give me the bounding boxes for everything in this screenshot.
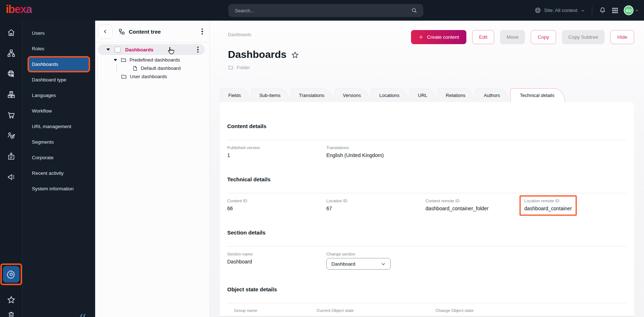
technical-details-panel: Content details Published version 1 Tran…: [220, 102, 634, 317]
page-title: Dashboards: [228, 48, 287, 61]
tab-technical-details[interactable]: Technical details: [510, 88, 565, 102]
edit-button[interactable]: Edit: [472, 30, 494, 44]
sidebar-item-recent-activity[interactable]: Recent activity: [22, 165, 95, 181]
move-button[interactable]: Move: [500, 30, 525, 44]
sidebar-collapse-icon[interactable]: [79, 313, 87, 317]
tab-relations[interactable]: Relations: [437, 88, 474, 102]
sidebar-item-system-information[interactable]: System information: [22, 181, 95, 196]
admin-annotation-box: [0, 263, 22, 285]
divider: [227, 246, 626, 246]
tree-node-label[interactable]: Dashboards: [125, 47, 153, 52]
tree-options-kebab-icon[interactable]: [199, 29, 205, 35]
divider: [227, 140, 626, 140]
tree-node-label[interactable]: Default dashboard: [141, 65, 181, 71]
tab-url[interactable]: URL: [410, 88, 436, 102]
folder-icon: [228, 64, 234, 70]
caret-down-icon[interactable]: [106, 48, 110, 51]
product-boxes-icon[interactable]: [7, 90, 16, 99]
tree-node-user-dashboards[interactable]: User dashboards: [95, 72, 209, 81]
user-menu[interactable]: AU: [624, 5, 639, 15]
sidebar-item-dashboard-type[interactable]: Dashboard type: [22, 72, 95, 88]
global-search[interactable]: [228, 4, 423, 17]
divider: [227, 193, 626, 193]
tab-fields[interactable]: Fields: [220, 88, 250, 102]
chevron-down-icon: [635, 8, 639, 12]
tab-locations[interactable]: Locations: [371, 88, 408, 102]
sidebar-item-workflow[interactable]: Workflow: [22, 103, 95, 119]
tree-node-predefined-dashboards[interactable]: Predefined dashboards: [95, 56, 209, 64]
tree-node-label[interactable]: Predefined dashboards: [130, 57, 180, 63]
section-heading-content-details: Content details: [227, 123, 626, 130]
app-grid-icon[interactable]: [611, 7, 619, 14]
main-content: Dashboards Create content Edit Move Copy…: [210, 21, 644, 317]
ibexa-logo[interactable]: ibexa: [6, 4, 32, 17]
sidebar-item-roles[interactable]: Roles: [22, 41, 95, 56]
tab-versions[interactable]: Versions: [335, 88, 370, 102]
node-options-kebab-icon[interactable]: [195, 47, 201, 53]
sidebar-item-users[interactable]: Users: [22, 25, 95, 41]
globe-cursor-icon[interactable]: [7, 69, 16, 78]
tree-node-label[interactable]: User dashboards: [130, 74, 167, 79]
notifications-bell-icon[interactable]: [599, 7, 606, 14]
tree-node-checkbox[interactable]: [115, 47, 120, 52]
topbar-divider: [592, 6, 592, 15]
caret-down-icon[interactable]: [114, 59, 117, 61]
field-location-remote-id: Location remote ID dashboard_container: [524, 198, 626, 212]
create-content-button[interactable]: Create content: [411, 30, 466, 44]
avatar[interactable]: AU: [624, 5, 634, 15]
bookmark-star-icon[interactable]: [291, 51, 299, 59]
change-section-dropdown[interactable]: Dashboard: [326, 258, 391, 270]
copy-button[interactable]: Copy: [531, 30, 556, 44]
field-translations: Translations English (United Kingdom): [326, 145, 425, 159]
admin-sidebar: Users Roles Dashboards Dashboard type La…: [22, 21, 95, 317]
field-content-id: Content ID 66: [227, 198, 326, 212]
content-tree-header: Content tree: [95, 21, 209, 43]
content-tree-body: Dashboards Predefined dashboards Default…: [95, 43, 209, 81]
folder-icon: [120, 57, 127, 63]
tree-node-default-dashboard[interactable]: Default dashboard: [95, 64, 209, 72]
field-change-section: Change section Dashboard: [326, 252, 425, 270]
field-content-remote-id: Content remote ID dashboard_container_fo…: [425, 198, 524, 212]
field-published-version: Published version 1: [227, 145, 326, 159]
tree-node-dashboards[interactable]: Dashboards: [98, 44, 205, 55]
site-context-selector[interactable]: Site: All context: [534, 7, 585, 14]
bookmarks-star-icon[interactable]: [7, 295, 16, 305]
gear-icon[interactable]: [3, 266, 20, 283]
sidebar-item-url-management[interactable]: URL management: [22, 119, 95, 134]
id-badge-icon[interactable]: [7, 152, 16, 161]
content-tree-icon: [118, 28, 125, 35]
personalization-target-icon[interactable]: [7, 131, 16, 140]
sidebar-item-dashboards[interactable]: Dashboards: [22, 56, 95, 72]
file-icon: [132, 65, 138, 71]
megaphone-icon[interactable]: [7, 173, 16, 181]
site-structure-icon[interactable]: [7, 49, 16, 58]
sidebar-item-corporate[interactable]: Corporate: [22, 150, 95, 165]
trash-icon[interactable]: [7, 310, 16, 317]
topbar-right-cluster: Site: All context AU: [534, 5, 639, 15]
tab-translations[interactable]: Translations: [291, 88, 333, 102]
search-input[interactable]: [235, 8, 411, 13]
column-current-object-state: Current Object state: [317, 308, 436, 313]
tab-authors[interactable]: Authors: [475, 88, 509, 102]
hide-button[interactable]: Hide: [610, 30, 634, 44]
sidebar-item-languages[interactable]: Languages: [22, 88, 95, 103]
tree-guide-line: [116, 64, 117, 72]
search-icon[interactable]: [411, 7, 418, 14]
copy-subtree-button[interactable]: Copy Subtree: [562, 30, 605, 44]
column-group-name: Group name: [234, 308, 317, 313]
object-state-table-header: Group name Current Object state Change O…: [227, 308, 626, 313]
tab-bar: Fields Sub-items Translations Versions L…: [220, 88, 634, 102]
folder-icon: [121, 73, 127, 80]
home-icon[interactable]: [7, 28, 16, 37]
site-context-label: Site: All context: [544, 8, 577, 13]
cart-icon[interactable]: [7, 111, 16, 119]
content-type-label: Folder: [237, 65, 250, 70]
sidebar-item-segments[interactable]: Segments: [22, 134, 95, 150]
breadcrumb[interactable]: Dashboards: [228, 32, 251, 44]
chevron-down-icon: [381, 261, 386, 267]
tab-sub-items[interactable]: Sub-items: [251, 88, 290, 102]
collapse-tree-button[interactable]: [98, 25, 113, 39]
section-heading-technical-details: Technical details: [227, 176, 626, 183]
plus-icon: [418, 34, 424, 40]
divider: [227, 303, 626, 303]
